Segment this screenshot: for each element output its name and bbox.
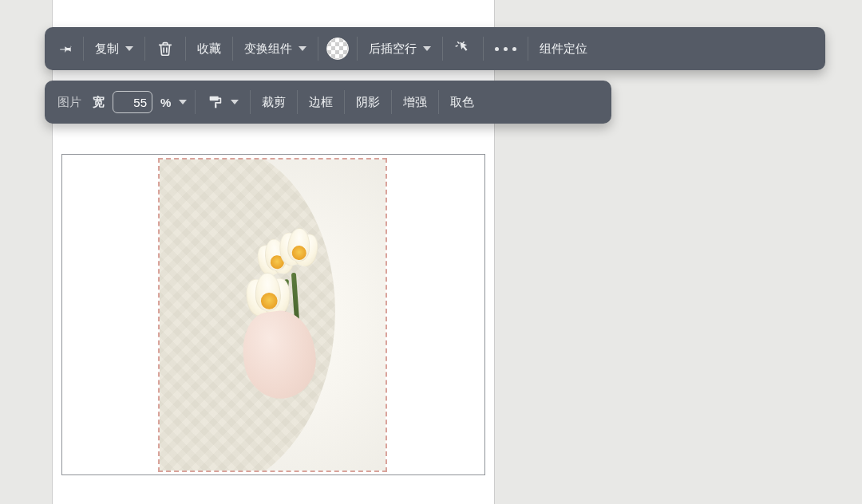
image-content	[160, 159, 386, 471]
transform-label: 变换组件	[244, 41, 292, 57]
svg-rect-1	[215, 104, 216, 108]
chevron-down-icon	[125, 46, 133, 51]
pointer-tool-button[interactable]	[443, 27, 483, 70]
locate-label: 组件定位	[540, 41, 587, 57]
enhance-label: 增强	[403, 95, 427, 110]
svg-rect-0	[210, 96, 219, 101]
chevron-down-icon	[179, 100, 187, 104]
chevron-down-icon	[299, 46, 306, 51]
trash-icon	[156, 40, 174, 57]
enhance-button[interactable]: 增强	[392, 81, 438, 124]
type-label: 图片	[57, 95, 81, 110]
toolbar-image: 图片 宽 % 裁剪 边框 阴影 增强 取色	[45, 81, 611, 124]
locate-component-button[interactable]: 组件定位	[528, 27, 599, 70]
delete-button[interactable]	[145, 27, 185, 70]
copy-label: 复制	[95, 41, 119, 57]
width-input[interactable]	[113, 91, 152, 113]
shadow-button[interactable]: 阴影	[345, 81, 391, 124]
width-unit-label: %	[160, 96, 171, 109]
pick-color-label: 取色	[450, 95, 474, 110]
pin-button[interactable]	[49, 27, 83, 70]
image-component-frame[interactable]	[61, 154, 485, 475]
more-button[interactable]	[484, 27, 528, 70]
insert-blank-label: 后插空行	[369, 41, 417, 57]
crop-button[interactable]: 裁剪	[251, 81, 297, 124]
image-selection-box[interactable]	[158, 158, 387, 472]
transparency-icon	[326, 37, 349, 60]
shadow-label: 阴影	[356, 95, 380, 110]
paint-roller-icon	[207, 93, 224, 111]
transparency-button[interactable]	[318, 27, 357, 70]
transform-component-button[interactable]: 变换组件	[233, 27, 318, 70]
insert-blank-line-button[interactable]: 后插空行	[358, 27, 442, 70]
pin-icon	[57, 40, 75, 57]
favorite-label: 收藏	[197, 41, 221, 57]
favorite-button[interactable]: 收藏	[186, 27, 232, 70]
copy-button[interactable]: 复制	[84, 27, 144, 70]
format-painter-button[interactable]	[196, 81, 250, 124]
more-icon	[495, 47, 516, 51]
component-type-label: 图片	[49, 81, 89, 124]
width-control[interactable]: 宽 %	[89, 81, 195, 124]
pointer-click-icon	[454, 40, 472, 57]
border-button[interactable]: 边框	[298, 81, 344, 124]
chevron-down-icon	[423, 46, 431, 51]
toolbar-main: 复制 收藏 变换组件 后插空行 组件定位	[45, 27, 825, 70]
chevron-down-icon	[231, 100, 239, 104]
pick-color-button[interactable]: 取色	[439, 81, 485, 124]
tulip-flower	[278, 226, 319, 274]
width-label: 宽	[93, 95, 105, 110]
border-label: 边框	[309, 95, 333, 110]
crop-label: 裁剪	[262, 95, 286, 110]
